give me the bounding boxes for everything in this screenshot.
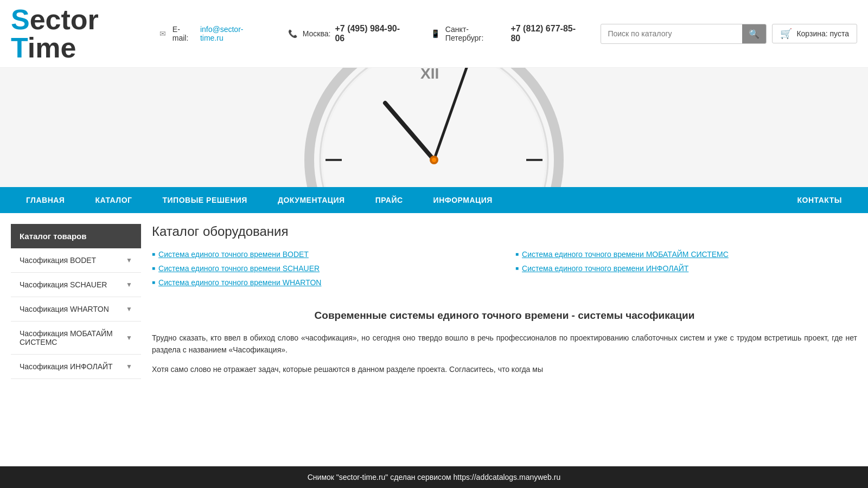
sidebar-item-bodet[interactable]: Часофикация BODET ▼	[11, 248, 141, 273]
sidebar: Каталог товаров Часофикация BODET ▼ Часо…	[11, 224, 141, 383]
email-link[interactable]: info@sector-time.ru	[200, 25, 266, 42]
cart-label: Корзина: пуста	[796, 29, 849, 38]
sidebar-title: Каталог товаров	[11, 224, 141, 248]
hero-area: XII	[0, 68, 868, 187]
svg-text:XII: XII	[420, 68, 439, 82]
sidebar-item-label: Часофикация WHARTON	[20, 305, 109, 313]
email-contact: ✉ E-mail: info@sector-time.ru	[157, 25, 266, 42]
logo-time: ime	[28, 32, 76, 63]
chevron-right-icon: ▼	[126, 363, 132, 370]
chevron-right-icon: ▼	[126, 281, 132, 288]
link-mobataim[interactable]: Система единого точного времени МОБАТАЙМ…	[522, 250, 729, 259]
sidebar-item-wharton[interactable]: Часофикация WHARTON ▼	[11, 297, 141, 322]
logo-t: T	[11, 32, 28, 63]
logo[interactable]: Sector Time	[11, 5, 141, 62]
cart-icon: 🛒	[780, 28, 792, 40]
svg-point-2	[323, 68, 545, 187]
section-paragraph1: Трудно сказать, кто ввел в обиход слово …	[152, 332, 857, 356]
spb-phone: +7 (812) 677-85-80	[510, 24, 584, 43]
search-box: 🔍	[601, 24, 767, 44]
catalog-col-right: Система единого точного времени МОБАТАЙМ…	[515, 250, 857, 292]
nav-item-catalog[interactable]: КАТАЛОГ	[80, 187, 147, 213]
link-bodet[interactable]: Система единого точного времени BODET	[158, 250, 309, 259]
catalog-link-mobataim: Система единого точного времени МОБАТАЙМ…	[515, 250, 857, 259]
nav-item-home[interactable]: ГЛАВНАЯ	[11, 187, 80, 213]
catalog-links: Система единого точного времени BODET Си…	[152, 250, 857, 292]
content-area: Каталог оборудования Система единого точ…	[152, 224, 857, 383]
catalog-link-wharton: Система единого точного времени WHARTON	[152, 278, 494, 287]
section-paragraph2: Хотя само слово не отражает задач, котор…	[152, 363, 857, 375]
catalog-col-left: Система единого точного времени BODET Си…	[152, 250, 494, 292]
nav-item-solutions[interactable]: ТИПОВЫЕ РЕШЕНИЯ	[147, 187, 262, 213]
link-schauer[interactable]: Система единого точного времени SCHAUER	[158, 264, 320, 273]
page-title: Каталог оборудования	[152, 224, 857, 239]
svg-point-15	[432, 158, 436, 162]
link-infolayt[interactable]: Система единого точного времени ИНФОЛАЙТ	[522, 264, 688, 273]
nav-item-contacts[interactable]: КОНТАКТЫ	[782, 187, 857, 213]
spb-contact: 📱 Санкт-Петербург: +7 (812) 677-85-80	[430, 24, 584, 43]
catalog-link-bodet: Система единого точного времени BODET	[152, 250, 494, 259]
moscow-phone: +7 (495) 984-90-06	[335, 24, 409, 43]
main-content: Каталог товаров Часофикация BODET ▼ Часо…	[0, 213, 868, 394]
logo-s: S	[11, 4, 30, 35]
search-area: 🔍 🛒 Корзина: пуста	[601, 24, 857, 44]
moscow-label: Москва:	[303, 29, 331, 38]
sidebar-item-infolayt[interactable]: Часофикация ИНФОЛАЙТ ▼	[11, 355, 141, 379]
catalog-link-infolayt: Система единого точного времени ИНФОЛАЙТ	[515, 264, 857, 273]
chevron-right-icon: ▼	[126, 256, 132, 264]
nav-item-price[interactable]: ПРАЙС	[360, 187, 418, 213]
spb-label: Санкт-Петербург:	[445, 25, 507, 42]
sidebar-item-schauer[interactable]: Часофикация SCHAUER ▼	[11, 273, 141, 297]
chevron-right-icon: ▼	[126, 334, 132, 342]
email-label: E-mail:	[173, 25, 196, 42]
catalog-link-schauer: Система единого точного времени SCHAUER	[152, 264, 494, 273]
mail-icon: ✉	[157, 28, 168, 39]
sidebar-item-label: Часофикация ИНФОЛАЙТ	[20, 362, 113, 371]
sidebar-item-mobataim[interactable]: Часофикация МОБАТАЙМ СИСТЕМС ▼	[11, 322, 141, 355]
sidebar-item-label: Часофикация МОБАТАЙМ СИСТЕМС	[20, 329, 126, 346]
mobile-icon: 📱	[430, 28, 441, 39]
logo-sector: ector	[30, 4, 99, 35]
sidebar-item-label: Часофикация SCHAUER	[20, 280, 107, 289]
link-wharton[interactable]: Система единого точного времени WHARTON	[158, 278, 321, 287]
search-input[interactable]	[601, 25, 742, 42]
nav-bar: ГЛАВНАЯ КАТАЛОГ ТИПОВЫЕ РЕШЕНИЯ ДОКУМЕНТ…	[0, 187, 868, 213]
top-header: Sector Time ✉ E-mail: info@sector-time.r…	[0, 0, 868, 68]
cart-area[interactable]: 🛒 Корзина: пуста	[772, 24, 857, 43]
sidebar-item-label: Часофикация BODET	[20, 256, 96, 265]
search-button[interactable]: 🔍	[742, 24, 766, 43]
section-heading: Современные системы единого точного врем…	[152, 309, 857, 323]
nav-item-info[interactable]: ИНФОРМАЦИЯ	[418, 187, 508, 213]
nav-item-docs[interactable]: ДОКУМЕНТАЦИЯ	[263, 187, 360, 213]
contact-area: ✉ E-mail: info@sector-time.ru 📞 Москва: …	[157, 24, 584, 43]
clock-image: XII	[298, 68, 570, 187]
moscow-contact: 📞 Москва: +7 (495) 984-90-06	[288, 24, 409, 43]
chevron-right-icon: ▼	[126, 305, 132, 313]
phone-icon: 📞	[288, 28, 298, 39]
